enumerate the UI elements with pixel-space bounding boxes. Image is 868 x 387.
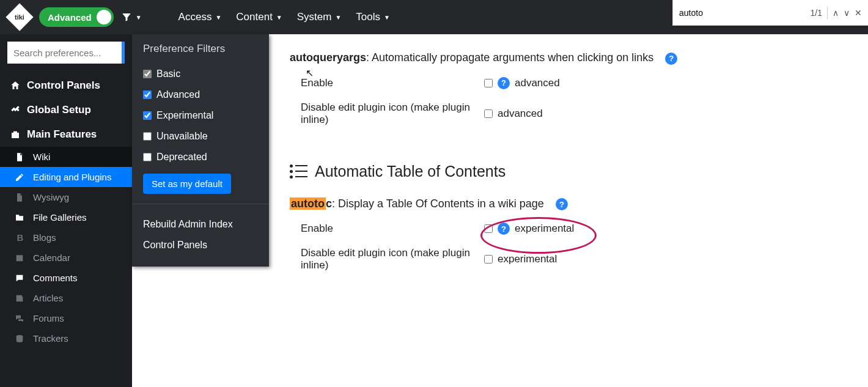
find-count: 1/1: [811, 8, 822, 18]
sidebar-item-trackers[interactable]: Trackers: [0, 328, 132, 348]
sidebar-item-label: File Galleries: [33, 212, 87, 223]
main-content: autoqueryargs: Automatically propagate a…: [269, 34, 868, 387]
filter-basic[interactable]: Basic: [143, 64, 258, 84]
search-preferences-input[interactable]: [13, 48, 116, 58]
sidebar-item-wiki[interactable]: Wiki: [0, 147, 132, 167]
comment-icon: [15, 273, 26, 283]
calendar-icon: [15, 253, 26, 263]
filter-deprecated-checkbox[interactable]: [143, 153, 152, 161]
advanced-toggle[interactable]: Advanced: [39, 7, 114, 27]
filter-deprecated[interactable]: Deprecated: [143, 147, 258, 168]
search-preferences[interactable]: [7, 42, 125, 64]
filter-advanced-checkbox[interactable]: [143, 90, 152, 99]
sidebar-item-label: Wysiwyg: [33, 192, 69, 202]
pref-autoqueryargs: autoqueryargs: Automatically propagate a…: [290, 51, 831, 126]
file-icon: [15, 193, 26, 202]
filter-unavailable-checkbox[interactable]: [143, 132, 152, 141]
filter-experimental[interactable]: Experimental: [143, 105, 258, 126]
pref-row-tag: advanced: [515, 77, 560, 89]
rebuild-index-link[interactable]: Rebuild Admin Index: [143, 214, 258, 235]
filter-basic-checkbox[interactable]: [143, 70, 152, 78]
sidebar-item-label: Blogs: [33, 232, 56, 243]
help-icon[interactable]: ?: [556, 198, 568, 210]
database-icon: [15, 334, 26, 344]
sidebar-item-comments[interactable]: Comments: [0, 268, 132, 288]
pref-row-tag: experimental: [515, 223, 574, 235]
help-icon[interactable]: ?: [498, 223, 510, 235]
sidebar-section-global-setup[interactable]: Global Setup: [0, 98, 132, 122]
disable-icon-checkbox[interactable]: [484, 255, 493, 264]
find-prev-icon[interactable]: ∧: [833, 8, 839, 18]
edit-icon: [15, 172, 26, 182]
find-next-icon[interactable]: ∨: [844, 8, 850, 18]
section-title: Automatic Table of Contents: [290, 163, 831, 180]
sidebar-item-wysiwyg[interactable]: Wysiwyg: [0, 187, 132, 207]
news-icon: [15, 293, 26, 303]
filter-unavailable[interactable]: Unavailable: [143, 126, 258, 147]
sidebar-item-blogs[interactable]: B Blogs: [0, 227, 132, 248]
find-close-icon[interactable]: ✕: [855, 8, 862, 18]
pref-name-highlight: autoto: [290, 197, 326, 210]
pref-row-label: Enable: [290, 223, 484, 235]
list-icon: [290, 164, 307, 179]
pref-desc: : Automatically propagate arguments when…: [366, 51, 653, 64]
control-panels-link[interactable]: Control Panels: [143, 235, 258, 256]
pref-row-tag: experimental: [498, 253, 557, 265]
toggle-knob: [97, 10, 111, 24]
find-separator: [827, 7, 828, 19]
help-icon[interactable]: ?: [498, 77, 510, 89]
tools-icon: [10, 105, 21, 116]
pref-row-label: Disable edit plugin icon (make plugin in…: [290, 247, 484, 271]
find-input[interactable]: [679, 8, 806, 18]
nav-access[interactable]: Access▼: [178, 11, 222, 23]
sidebar-item-label: Wiki: [33, 152, 50, 162]
find-bar: 1/1 ∧ ∨ ✕: [672, 0, 868, 26]
nav-system[interactable]: System▼: [297, 11, 342, 23]
file-icon: [15, 152, 26, 162]
sidebar-item-editing-plugins[interactable]: Editing and Plugins: [0, 167, 132, 187]
sidebar-item-label: Articles: [33, 293, 63, 303]
sidebar-item-calendar[interactable]: Calendar: [0, 248, 132, 268]
folder-icon: [15, 213, 26, 223]
pref-name-rest: c: [326, 197, 332, 210]
sidebar-item-label: Editing and Plugins: [33, 172, 111, 182]
panel-title: Preference Filters: [143, 43, 258, 55]
chat-icon: [15, 314, 26, 323]
sidebar-item-label: Calendar: [33, 252, 70, 263]
sidebar-item-label: Trackers: [33, 333, 68, 344]
sidebar-item-label: Forums: [33, 313, 64, 323]
pref-autotoc: autotoc: Display a Table Of Contents in …: [290, 197, 831, 272]
filter-advanced[interactable]: Advanced: [143, 84, 258, 105]
app-logo[interactable]: tiki: [6, 3, 33, 31]
help-icon[interactable]: ?: [665, 53, 677, 65]
nav-tools[interactable]: Tools▼: [356, 11, 390, 23]
disable-icon-checkbox[interactable]: [484, 109, 493, 118]
nav-content[interactable]: Content▼: [236, 11, 282, 23]
set-default-button[interactable]: Set as my default: [143, 174, 231, 194]
sidebar: Control Panels Global Setup Main Feature…: [0, 34, 132, 387]
toolbox-icon: [10, 129, 21, 140]
filter-icon[interactable]: [121, 12, 132, 23]
pref-name: autoqueryargs: [290, 51, 366, 64]
advanced-toggle-label: Advanced: [48, 12, 92, 23]
bold-icon: B: [15, 232, 26, 243]
sidebar-item-label: Comments: [33, 273, 78, 283]
panel-divider: [132, 204, 269, 204]
sidebar-item-file-galleries[interactable]: File Galleries: [0, 207, 132, 227]
pref-desc: : Display a Table Of Contents in a wiki …: [332, 197, 544, 210]
pref-row-label: Disable edit plugin icon (make plugin in…: [290, 101, 484, 126]
sidebar-section-control-panels[interactable]: Control Panels: [0, 73, 132, 98]
enable-checkbox[interactable]: [484, 224, 493, 233]
sidebar-section-main-features[interactable]: Main Features: [0, 122, 132, 147]
filter-caret-icon[interactable]: ▼: [136, 14, 142, 21]
filter-experimental-checkbox[interactable]: [143, 111, 152, 120]
top-nav: Access▼ Content▼ System▼ Tools▼: [178, 11, 390, 23]
home-icon: [10, 80, 21, 91]
preference-filters-panel: Preference Filters Basic Advanced Experi…: [132, 34, 269, 267]
sidebar-item-articles[interactable]: Articles: [0, 288, 132, 308]
sidebar-item-forums[interactable]: Forums: [0, 308, 132, 328]
enable-checkbox[interactable]: [484, 79, 493, 87]
pref-row-label: Enable: [290, 77, 484, 89]
pref-row-tag: advanced: [498, 108, 543, 120]
